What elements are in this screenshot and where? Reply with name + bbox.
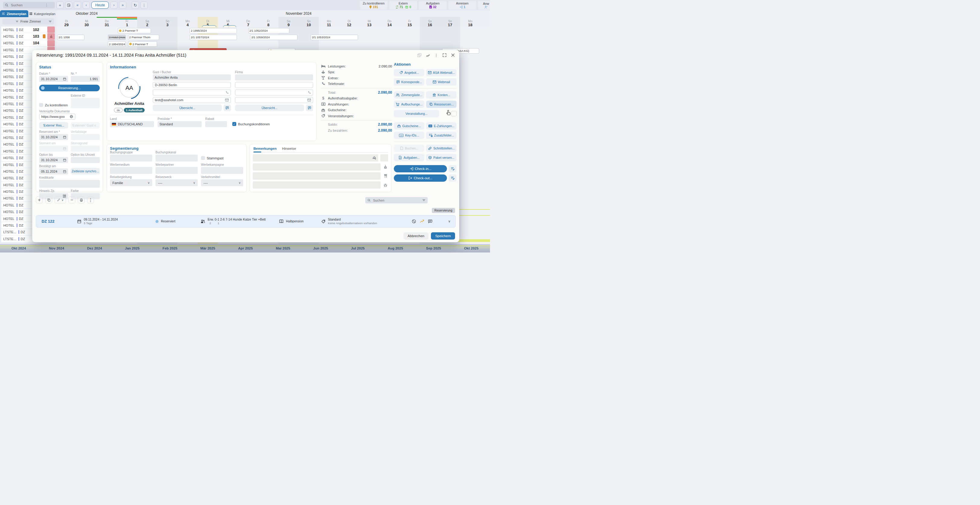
zeitleiste-sync-button[interactable]: Zeitleiste synchro... [71,168,100,175]
email-field[interactable]: test@asahotel.com [153,97,231,103]
tab-bemerkungen[interactable]: Bemerkungen [253,147,277,150]
day-header-cell[interactable]: Sa 2 [137,17,157,27]
ressourcen-button[interactable]: Ressourcen... [426,101,457,108]
day-header-cell[interactable]: So 3 [157,17,178,27]
nav-prev-day-button[interactable]: ‹ [83,2,90,9]
room-row[interactable]: HOTEL DZ 104 [1,40,55,46]
reservation-bar[interactable]: 2/1 1059/2024 [250,35,298,40]
day-header-cell[interactable]: Mo 18 [460,17,480,27]
bemerkung-kitchen-field[interactable] [253,181,380,189]
today-button[interactable]: Heute [91,2,109,9]
schnittstellen-button[interactable]: Schnittstellen... [426,145,457,152]
gast-field[interactable]: Achmüller Anita [153,75,231,81]
row-note-icon[interactable] [428,219,433,223]
dialog-menu-icon[interactable]: ⋮ [434,53,438,57]
reservation-bar[interactable]: 2/1 1058 [57,35,84,40]
tab-zimmerplan[interactable]: Zimmerplan [0,10,28,17]
reservation-bar[interactable]: 2 Psenner T [128,41,157,47]
search-options-icon[interactable]: ⋮ [45,3,49,7]
preisliste-field[interactable]: Standard [158,121,202,127]
nav-prev-week-button[interactable]: « [74,2,81,9]
kreditkarte-field[interactable] [39,180,100,188]
room-status-block[interactable] [47,40,55,46]
room-row[interactable]: HOTEL DZ 102 [1,27,55,33]
werbekampagne-field[interactable] [201,167,243,174]
reservation-bar[interactable]: 2 1954/2024 [108,41,126,47]
buchungskonditionen-checkbox[interactable]: ✓ Buchungskonditionen [232,122,270,126]
bemerkung-extra-box[interactable] [380,154,388,162]
check-out-button[interactable]: Check-out... [394,175,447,182]
day-header-cell[interactable]: So 10 [299,17,319,27]
reservation-bar[interactable]: 2/1 1053/2024 [311,35,358,40]
edit-split-button[interactable]: ∨ [54,197,66,203]
refresh-button[interactable]: ↻ [132,2,139,9]
duplicate-button[interactable] [45,197,52,203]
veranstaltung-button[interactable]: Veranstaltung... [394,110,439,117]
day-header-cell[interactable]: Mo 4 [178,17,198,27]
day-header-cell[interactable]: Fr 8 [258,17,278,27]
reisezweck-select[interactable]: ----∨ [156,179,198,186]
aufgaben-button[interactable]: Aufgaben... [394,154,424,161]
avatar[interactable]: AA [119,78,139,98]
calendar-icon[interactable] [63,170,66,173]
stays-badge[interactable]: 1 Aufenthalt [124,108,145,113]
bemerkung-restaurant-field[interactable] [253,172,380,179]
zusatzfelder-button[interactable]: Zusatzfelder... [426,132,457,139]
year-timeline[interactable]: Okt 2024Nov 2024Dez 2024Jan 2025Feb 2025… [0,244,490,252]
room-row[interactable]: HOTEL DZ 103 [1,33,55,40]
day-header-cell[interactable]: Fr 1 [117,17,137,27]
reservation-search-input[interactable] [372,198,413,202]
check-in-button[interactable]: Check-in... [394,165,447,172]
cancel-button[interactable]: Abbrechen [404,232,429,240]
tab-kategorieplan[interactable]: Kategorieplan [28,10,57,17]
reservation-bar[interactable]: 2 Hotel (Hotel) [108,35,126,40]
day-header-cell[interactable]: Mi 13 [359,17,379,27]
no-offer-icon[interactable] [412,219,416,224]
konten-button[interactable]: Konten... [426,91,457,98]
day-header-cell[interactable]: Do 7 [238,17,258,27]
reservation-type-button[interactable]: Reservierung... [39,85,100,91]
korrespondenz-button[interactable]: Korresponde... [394,78,424,86]
key-ids-button[interactable]: 123 Key-IDs... [394,132,424,139]
goto-date-button[interactable] [65,2,72,9]
badge-anreisen[interactable]: Anreisen 1 [449,1,476,10]
aufbuchungen-button[interactable]: Aufbuchunge... [394,101,424,108]
reserviert-am-field[interactable]: 31.10.2024 [39,134,68,140]
rabatt-field[interactable] [205,121,227,127]
dokumente-field[interactable]: https://www.goo [39,114,75,120]
stammgast-checkbox[interactable]: Stammgast [201,156,243,160]
nav-next-day-button[interactable]: › [110,2,118,9]
close-icon[interactable] [451,53,455,57]
firma-uebersicht-button[interactable]: Übersicht... [235,105,304,111]
day-header-cell[interactable]: So 17 [440,17,460,27]
reservation-bar[interactable]: 2 Psenner T [118,28,151,33]
add-row-button[interactable]: + [36,197,43,203]
zimmergaeste-button[interactable]: Zimmergäste... [394,91,424,98]
print-button[interactable] [78,197,85,203]
check-out-edit-button[interactable] [449,175,457,182]
day-header-cell[interactable]: Sa 9 [278,17,299,27]
reservation-line-item[interactable]: DZ 122 09.11.2024 - 14.11.2024 5 Tage Re… [36,215,456,227]
reisebegleitung-select[interactable]: Familie∨ [110,179,152,186]
check-in-edit-button[interactable] [449,165,457,172]
save-button[interactable]: Speichern [431,232,455,240]
badge-aufgaben[interactable]: Aufgaben 32 [419,1,447,10]
guest-uebersicht-button[interactable]: Übersicht... [153,105,222,111]
nr-field[interactable]: 1.991 [71,76,100,82]
tab-hinweise[interactable]: Hinweise [282,147,296,150]
firma-email-field[interactable] [235,97,313,103]
paket-versenden-button[interactable]: Paket versen... [426,154,457,161]
funnel-icon[interactable] [49,20,52,23]
room-status-block[interactable] [47,27,55,33]
nav-next-week-button[interactable]: » [119,2,126,9]
calendar-icon[interactable] [63,159,66,162]
room-status-block[interactable] [47,33,55,40]
werbepartner-field[interactable] [156,167,198,174]
day-header-cell[interactable]: Do 14 [379,17,399,27]
badge-anwesend[interactable]: Anw [478,1,490,10]
externe-res-button[interactable]: 'Externe' Res... [39,122,68,129]
option-bis-field[interactable]: 31.10.2024 [39,157,68,163]
day-header-cell[interactable]: Di 29 [56,17,76,27]
day-header-cell[interactable]: Mo 11 [319,17,339,27]
option-uhrzeit-field[interactable] [71,157,100,163]
